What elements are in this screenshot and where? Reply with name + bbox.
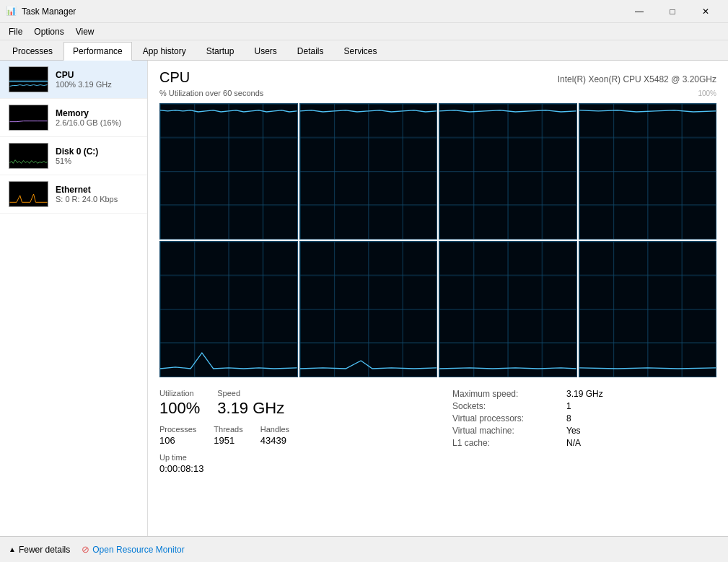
- processes-stat: Processes 106: [159, 425, 196, 446]
- cpu-thumbnail: [9, 66, 48, 92]
- sockets-key: Sockets:: [452, 401, 561, 411]
- cpu-title: CPU: [159, 69, 190, 86]
- cpu-chart-3: [579, 103, 717, 240]
- chevron-up-icon: ▲: [9, 545, 16, 553]
- sockets-val: 1: [566, 401, 571, 411]
- l1-cache-row: L1 cache: N/A: [452, 438, 716, 448]
- cpu-chart-0: [159, 103, 298, 240]
- cpu-chart-2: [439, 103, 577, 240]
- cpu-header: CPU Intel(R) Xeon(R) CPU X5482 @ 3.20GHz: [159, 69, 716, 86]
- virtual-processors-row: Virtual processors: 8: [452, 413, 716, 423]
- monitor-icon: ⊘: [82, 544, 89, 555]
- uptime-label: Up time: [159, 453, 424, 462]
- tab-bar: Processes Performance App history Startu…: [0, 40, 728, 61]
- max-speed-row: Maximum speed: 3.19 GHz: [452, 389, 716, 399]
- cpu-chart-4: [159, 241, 298, 377]
- uptime-stat: Up time 0:00:08:13: [159, 453, 424, 474]
- menu-view[interactable]: View: [70, 25, 100, 38]
- handles-value: 43439: [260, 435, 289, 446]
- sockets-row: Sockets: 1: [452, 401, 716, 411]
- max-speed-val: 3.19 GHz: [566, 389, 603, 399]
- cpu-sidebar-name: CPU: [56, 70, 139, 80]
- tab-startup[interactable]: Startup: [197, 41, 244, 60]
- sidebar-item-memory[interactable]: Memory 2.6/16.0 GB (16%): [0, 99, 147, 137]
- tab-processes[interactable]: Processes: [3, 41, 62, 60]
- tab-performance[interactable]: Performance: [63, 42, 132, 61]
- memory-sidebar-detail: 2.6/16.0 GB (16%): [56, 118, 139, 127]
- cpu-info-table: Maximum speed: 3.19 GHz Sockets: 1 Virtu…: [452, 389, 716, 474]
- content-area: CPU Intel(R) Xeon(R) CPU X5482 @ 3.20GHz…: [148, 61, 728, 536]
- l1-cache-key: L1 cache:: [452, 438, 561, 448]
- tab-users[interactable]: Users: [245, 41, 286, 60]
- virtual-processors-val: 8: [566, 413, 571, 423]
- sidebar-item-ethernet[interactable]: Ethernet S: 0 R: 24.0 Kbps: [0, 175, 147, 214]
- cpu-sidebar-detail: 100% 3.19 GHz: [56, 80, 139, 89]
- threads-value: 1951: [214, 435, 242, 446]
- window-title: Task Manager: [22, 6, 76, 17]
- minimize-button[interactable]: —: [623, 0, 656, 23]
- app-icon: 📊: [6, 6, 17, 17]
- cpu-model: Intel(R) Xeon(R) CPU X5482 @ 3.20GHz: [558, 74, 716, 84]
- threads-stat: Threads 1951: [214, 425, 242, 446]
- stats-container: Utilization 100% Speed 3.19 GHz Processe…: [159, 389, 716, 474]
- tab-details[interactable]: Details: [288, 41, 333, 60]
- close-button[interactable]: ✕: [689, 0, 722, 23]
- utilization-stat: Utilization 100%: [159, 389, 200, 418]
- window-controls: — □ ✕: [623, 0, 722, 23]
- virtual-processors-key: Virtual processors:: [452, 413, 561, 423]
- sidebar-item-cpu[interactable]: CPU 100% 3.19 GHz: [0, 61, 147, 99]
- title-bar: 📊 Task Manager — □ ✕: [0, 0, 728, 23]
- sidebar-item-disk[interactable]: Disk 0 (C:) 51%: [0, 137, 147, 175]
- fewer-details-label: Fewer details: [19, 545, 70, 555]
- disk-sidebar-detail: 51%: [56, 157, 139, 165]
- threads-label: Threads: [214, 425, 242, 434]
- open-monitor-label: Open Resource Monitor: [92, 545, 184, 555]
- menu-options[interactable]: Options: [28, 25, 69, 38]
- cpu-charts-grid: [159, 103, 716, 377]
- cpu-chart-7: [579, 241, 717, 377]
- fewer-details-button[interactable]: ▲ Fewer details: [9, 545, 70, 555]
- ethernet-sidebar-name: Ethernet: [56, 185, 139, 195]
- l1-cache-val: N/A: [566, 438, 581, 448]
- ethernet-sidebar-info: Ethernet S: 0 R: 24.0 Kbps: [56, 185, 139, 203]
- disk-sidebar-info: Disk 0 (C:) 51%: [56, 146, 139, 165]
- main-area: CPU 100% 3.19 GHz Memory 2.6/16.0 GB (16…: [0, 61, 728, 536]
- cpu-chart-1: [299, 103, 438, 240]
- memory-thumbnail: [9, 105, 48, 131]
- chart-label: % Utilization over 60 seconds: [159, 89, 263, 97]
- sidebar: CPU 100% 3.19 GHz Memory 2.6/16.0 GB (16…: [0, 61, 148, 536]
- utilization-value: 100%: [159, 399, 200, 418]
- cpu-sidebar-info: CPU 100% 3.19 GHz: [56, 70, 139, 89]
- utilization-label: Utilization: [159, 389, 200, 398]
- speed-stat: Speed 3.19 GHz: [217, 389, 284, 418]
- handles-label: Handles: [260, 425, 289, 434]
- chart-max-label: 100%: [698, 89, 716, 97]
- virtual-machine-val: Yes: [566, 426, 581, 436]
- ethernet-thumbnail: [9, 181, 48, 207]
- tab-app-history[interactable]: App history: [133, 41, 196, 60]
- speed-label: Speed: [217, 389, 284, 398]
- cpu-chart-6: [439, 241, 577, 377]
- speed-value: 3.19 GHz: [217, 399, 284, 418]
- menu-file[interactable]: File: [3, 25, 28, 38]
- virtual-machine-row: Virtual machine: Yes: [452, 426, 716, 436]
- processes-label: Processes: [159, 425, 196, 434]
- handles-stat: Handles 43439: [260, 425, 289, 446]
- processes-value: 106: [159, 435, 196, 446]
- memory-sidebar-info: Memory 2.6/16.0 GB (16%): [56, 108, 139, 127]
- memory-sidebar-name: Memory: [56, 108, 139, 118]
- max-speed-key: Maximum speed:: [452, 389, 561, 399]
- cpu-chart-5: [299, 241, 438, 377]
- maximize-button[interactable]: □: [656, 0, 689, 23]
- virtual-machine-key: Virtual machine:: [452, 426, 561, 436]
- stats-left: Utilization 100% Speed 3.19 GHz Processe…: [159, 389, 424, 474]
- bottom-bar: ▲ Fewer details ⊘ Open Resource Monitor: [0, 536, 728, 562]
- open-resource-monitor-button[interactable]: ⊘ Open Resource Monitor: [82, 544, 184, 555]
- tab-services[interactable]: Services: [335, 41, 387, 60]
- disk-thumbnail: [9, 143, 48, 169]
- disk-sidebar-name: Disk 0 (C:): [56, 146, 139, 157]
- ethernet-sidebar-detail: S: 0 R: 24.0 Kbps: [56, 195, 139, 203]
- uptime-value: 0:00:08:13: [159, 463, 424, 474]
- menu-bar: File Options View: [0, 23, 728, 40]
